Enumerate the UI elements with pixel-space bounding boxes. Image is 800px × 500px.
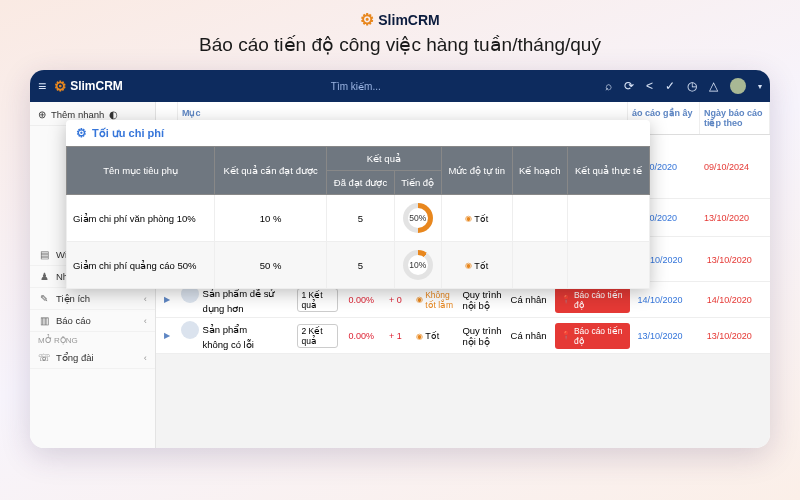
bell-icon[interactable]: △ [709, 79, 718, 93]
avatar [181, 321, 199, 339]
confidence-badge: Tốt [416, 331, 439, 341]
report-button[interactable]: Báo cáo tiến độ [555, 323, 630, 349]
progress-donut: 50% [403, 203, 433, 233]
sidebar-item-util[interactable]: ✎ Tiện ích ‹ [30, 288, 155, 310]
th-plan: Kế hoạch [512, 147, 567, 195]
th-sub: Tên mục tiêu phụ [67, 147, 215, 195]
confidence-badge: Tốt [465, 261, 488, 271]
report-button[interactable]: Báo cáo tiến độ [555, 287, 630, 313]
chevron-left-icon: ‹ [144, 293, 147, 304]
staff-icon: ♟ [38, 271, 50, 282]
sidebar-item-label: Báo cáo [56, 315, 91, 326]
sidebar-item-report[interactable]: ▥ Báo cáo ‹ [30, 310, 155, 332]
phone-icon: ☏ [38, 352, 50, 363]
sidebar-item-pbx[interactable]: ☏ Tổng đài ‹ [30, 347, 155, 369]
expand-icon[interactable]: ▶ [156, 293, 177, 306]
result-badge[interactable]: 1 Kết quả [297, 288, 338, 312]
search-icon[interactable]: ⌕ [605, 79, 612, 93]
th-target: Kết quả cần đạt được [215, 147, 327, 195]
check-icon[interactable]: ✓ [665, 79, 675, 93]
result-badge[interactable]: 2 Kết quả [297, 324, 338, 348]
chevron-left-icon: ‹ [144, 315, 147, 326]
avatar[interactable] [730, 78, 746, 94]
plus-icon: ⊕ [38, 109, 46, 120]
util-icon: ✎ [38, 293, 50, 304]
gear-icon: ⚙ [76, 126, 87, 140]
report-icon: ▥ [38, 315, 50, 326]
gear-icon: ⚙ [54, 78, 67, 94]
col-tiep[interactable]: Ngày báo cáo tiếp theo [700, 102, 770, 134]
sidebar-item-label: Tiện ích [56, 293, 90, 304]
wiki-icon: ▤ [38, 249, 50, 260]
search-input[interactable]: Tìm kiếm... [331, 81, 381, 92]
expand-icon[interactable]: ▶ [156, 329, 177, 342]
table-row[interactable]: ▶ Sản phẩmkhông có lỗi 2 Kết quả 0.00% +… [156, 318, 770, 354]
menu-icon[interactable]: ≡ [38, 78, 46, 94]
confidence-badge: Tốt [465, 214, 488, 224]
popover-row[interactable]: Giảm chi phí quảng cáo 50% 50 % 5 10% Tố… [67, 242, 650, 289]
popover-table: Tên mục tiêu phụ Kết quả cần đạt được Kế… [66, 146, 650, 289]
share-icon[interactable]: < [646, 79, 653, 93]
app-window: ≡ ⚙SlimCRM Tìm kiếm... ⌕ ⟳ < ✓ ◷ △ ▾ ⊕ T… [30, 70, 770, 448]
refresh-icon[interactable]: ⟳ [624, 79, 634, 93]
th-prog: Tiến độ [394, 171, 441, 195]
hero-title: Báo cáo tiến độ công việc hàng tuần/thán… [0, 33, 800, 56]
th-reach: Đã đạt được [327, 171, 395, 195]
sidebar-section: MỞ RỘNG [30, 332, 155, 347]
chevron-left-icon: ‹ [144, 352, 147, 363]
th-actual: Kết quả thực tế [567, 147, 649, 195]
popover-title: ⚙ Tối ưu chi phí [66, 120, 650, 146]
app-logo[interactable]: ⚙SlimCRM [54, 78, 123, 94]
chevron-down-icon[interactable]: ▾ [758, 82, 762, 91]
sidebar-item-label: Tổng đài [56, 352, 94, 363]
hero-logo: ⚙SlimCRM [360, 10, 439, 29]
detail-popover: ⚙ Tối ưu chi phí Tên mục tiêu phụ Kết qu… [66, 120, 650, 289]
clock-icon[interactable]: ◷ [687, 79, 697, 93]
topbar: ≡ ⚙SlimCRM Tìm kiếm... ⌕ ⟳ < ✓ ◷ △ ▾ [30, 70, 770, 102]
help-icon[interactable]: ◐ [109, 109, 118, 120]
progress-donut: 10% [403, 250, 433, 280]
gear-icon: ⚙ [360, 10, 374, 29]
popover-row[interactable]: Giảm chi phí văn phòng 10% 10 % 5 50% Tố… [67, 195, 650, 242]
th-result: Kết quả [327, 147, 441, 171]
th-conf: Mức độ tự tin [441, 147, 512, 195]
confidence-badge: Không tốt lắm [416, 290, 454, 310]
